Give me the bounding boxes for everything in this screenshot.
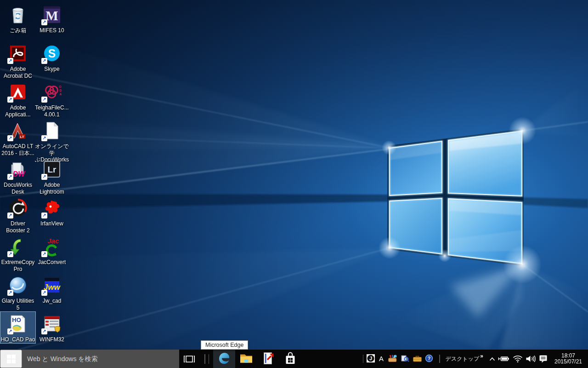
chevron-up-icon (489, 357, 495, 361)
desktop-icon-adobe-app[interactable]: ↗ Adobe Applicati... (0, 80, 35, 118)
app-icon (7, 4, 29, 26)
svg-text:Jac: Jac (47, 237, 59, 245)
icon-label: Adobe Acrobat DC (0, 66, 35, 79)
desktop-icon-irfanview[interactable]: ↗ IrfanView (34, 196, 69, 227)
desktop-icon-acrobat[interactable]: ↗ Adobe Acrobat DC (0, 41, 35, 79)
taskbar-separator (204, 350, 209, 368)
windows-desktop: ごみ箱 M ↗ MIFES 10 ↗ Adobe Acrobat DC S ↗ … (0, 0, 588, 368)
svg-text:S: S (48, 47, 56, 60)
windows-store-taskbar-button[interactable] (279, 350, 301, 368)
desktop-area[interactable]: ごみ箱 M ↗ MIFES 10 ↗ Adobe Acrobat DC S ↗ … (0, 0, 588, 350)
desktop-icon-jacconvert[interactable]: Jac ↗ JacConvert (34, 235, 69, 266)
svg-text:DW: DW (13, 170, 26, 178)
battery-status[interactable] (497, 350, 511, 368)
ime-pad-button[interactable] (386, 350, 399, 368)
desktop-icon-lightroom[interactable]: Lr ↗ Adobe Lightroom (34, 157, 69, 195)
app-icon: ↗ (7, 197, 29, 219)
app-icon: ↗ (7, 236, 29, 258)
app-icon: M ↗ (41, 4, 63, 26)
svg-text:O: O (59, 85, 62, 88)
battery-plugged-icon (498, 355, 510, 362)
file-explorer-icon (239, 352, 253, 366)
windows-logo-icon (7, 355, 16, 363)
app-icon: HO ↗ (7, 313, 29, 335)
ime-toolbox-button[interactable] (411, 350, 424, 368)
ime-dictionary-button[interactable] (399, 350, 411, 368)
svg-text:LT: LT (20, 135, 24, 139)
icon-label: ごみ箱 (0, 27, 35, 34)
icon-label: ExtremeCopy Pro (0, 259, 35, 272)
icon-label: DocuWorks Desk (0, 182, 35, 195)
app-icon: ↗ (41, 197, 63, 219)
app-icon: ↗ (41, 313, 63, 335)
icon-label: Driver Booster 2 (0, 220, 35, 234)
desktop-icon-glary[interactable]: ↗ Glary Utilities 5 (0, 273, 35, 311)
desktop-icon-autocad[interactable]: LT ↗ AutoCAD LT 2016 - 日本... (0, 119, 35, 156)
taskbar-search (22, 350, 179, 368)
icon-label: TeighaFileC... 4.00.1 (34, 104, 69, 118)
ime-help-icon: ? (425, 354, 433, 364)
shortcut-arrow-icon: ↗ (41, 290, 47, 296)
taskbar-clock[interactable]: 18:07 2015/07/21 (551, 353, 586, 365)
ime-language-bar: JA? (365, 350, 435, 368)
desktop-icon-hocad[interactable]: HO ↗ HO_CAD Pao (0, 312, 35, 343)
shortcut-arrow-icon: ↗ (7, 328, 13, 334)
ime-pad-icon (388, 354, 397, 364)
app-icon: ↗ (7, 81, 29, 103)
pinned-document-icon (262, 351, 274, 367)
ime-mode-button[interactable]: A (376, 350, 386, 368)
icon-label: Jw_cad (34, 298, 69, 305)
volume-status[interactable] (524, 350, 537, 368)
file-explorer-taskbar-button[interactable] (235, 350, 257, 368)
shortcut-arrow-icon: ↗ (7, 251, 13, 257)
svg-text:D: D (59, 89, 62, 92)
toolbar-separator (439, 355, 440, 363)
svg-text:A: A (379, 354, 384, 362)
icon-label: AutoCAD LT 2016 - 日本... (0, 143, 35, 156)
desktop-icon-recycle-bin[interactable]: ごみ箱 (0, 3, 35, 34)
desktop-icon-docuworks[interactable]: DW ↗ DocuWorks Desk (0, 157, 35, 195)
ime-dictionary-icon (400, 354, 410, 364)
desktop-icon-driver-booster[interactable]: ↗ Driver Booster 2 (0, 196, 35, 234)
shortcut-arrow-icon: ↗ (7, 58, 13, 64)
shortcut-arrow-icon: ↗ (7, 174, 13, 180)
system-tray: JA? デスクトップ » (361, 350, 588, 368)
icon-label: Adobe Lightroom (34, 182, 69, 195)
icon-label: Glary Utilities 5 (0, 298, 35, 311)
desktop-icon-doc-page[interactable]: ↗ オンラインで学 ぶDocuWorks (34, 119, 69, 163)
shortcut-arrow-icon: ↗ (41, 97, 47, 103)
icon-label: WINFM32 (34, 336, 69, 343)
desktop-toolbar-label[interactable]: デスクトップ (446, 355, 480, 363)
ime-help-button[interactable]: ? (424, 350, 435, 368)
svg-text:M: M (45, 8, 58, 23)
wifi-status[interactable] (511, 350, 524, 368)
app-icon: ODA ↗ (41, 81, 63, 103)
clock-time: 18:07 (551, 353, 586, 359)
action-center-icon (539, 355, 548, 363)
desktop-icon-mifes[interactable]: M ↗ MIFES 10 (34, 3, 69, 34)
app-icon: Lr ↗ (41, 158, 63, 180)
clock-date: 2015/07/21 (551, 359, 586, 365)
pinned-document-taskbar-button[interactable] (257, 350, 279, 368)
desktop-icon-teigha[interactable]: ODA ↗ TeighaFileC... 4.00.1 (34, 80, 69, 118)
svg-text:Lr: Lr (48, 165, 57, 174)
shortcut-arrow-icon: ↗ (7, 97, 13, 103)
windows-store-icon (284, 351, 296, 367)
toolbar-overflow-chevron[interactable]: » (480, 353, 483, 359)
icon-label: HO_CAD Pao (0, 336, 35, 343)
desktop-icon-jwcad[interactable]: Jww ↗ Jw_cad (34, 273, 69, 305)
task-view-button[interactable] (179, 350, 199, 368)
search-input[interactable] (22, 350, 179, 368)
shortcut-arrow-icon: ↗ (41, 19, 47, 25)
hidden-icons-chevron[interactable] (488, 350, 497, 368)
svg-text:J: J (369, 356, 372, 361)
edge-tooltip: Microsoft Edge (201, 340, 248, 350)
action-center-button[interactable] (537, 350, 549, 368)
ime-japanese-button[interactable]: J (365, 350, 376, 368)
edge-taskbar-button[interactable] (213, 350, 235, 368)
start-button[interactable] (0, 350, 22, 368)
desktop-icon-extremecopy[interactable]: ↗ ExtremeCopy Pro (0, 235, 35, 272)
desktop-icon-winfm32[interactable]: ↗ WINFM32 (34, 312, 69, 343)
desktop-icon-skype[interactable]: S ↗ Skype (34, 41, 69, 73)
wifi-icon (513, 355, 523, 362)
